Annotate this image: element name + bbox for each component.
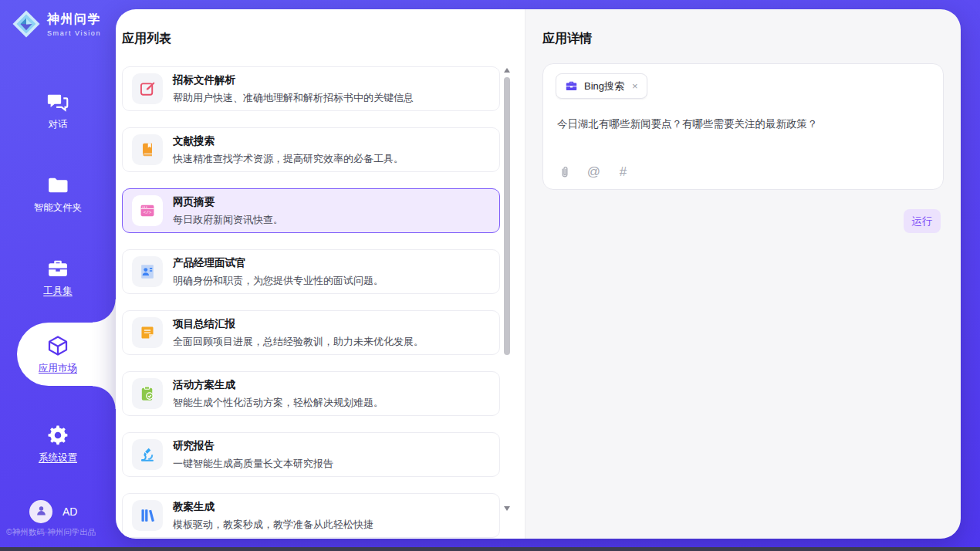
sidebar-item-settings[interactable]: 系统设置 — [0, 412, 116, 475]
app-detail-pane: 应用详情 Bing搜索 × 今日湖北有哪些新闻要点？有哪些需要关注的最新政策？ … — [525, 9, 961, 539]
app-icon-tile: </> — [132, 195, 163, 226]
tool-chip-label: Bing搜索 — [584, 79, 624, 93]
app-list-item-bid-analysis[interactable]: 招标文件解析 帮助用户快速、准确地理解和解析招标书中的关键信息 — [122, 66, 500, 111]
sidebar: 神州问学 Smart Vision 对话 智能文件夹 工具集 应用市场 系统设置… — [0, 0, 116, 551]
main-panel: 应用列表 招标文件解析 帮助用户快速、准确地理解和解析招标书中的关键信息 文献搜… — [116, 9, 961, 539]
browser-code-icon: </> — [139, 202, 156, 219]
run-button[interactable]: 运行 — [904, 209, 941, 233]
app-icon-tile — [132, 73, 163, 104]
close-icon[interactable]: × — [632, 80, 638, 92]
app-detail-title: 应用详情 — [542, 31, 592, 47]
app-icon-tile — [132, 500, 163, 531]
note-icon — [139, 324, 156, 341]
scroll-down-arrow-icon[interactable] — [504, 506, 510, 511]
nav-icon — [46, 257, 69, 280]
microscope-icon — [139, 446, 156, 463]
app-list-pane: 应用列表 招标文件解析 帮助用户快速、准确地理解和解析招标书中的关键信息 文献搜… — [116, 9, 525, 539]
app-list-item-lesson-plan[interactable]: 教案生成 模板驱动，教案秒成，教学准备从此轻松快捷 — [122, 493, 500, 538]
at-icon[interactable]: @ — [586, 164, 601, 179]
avatar[interactable] — [29, 500, 52, 523]
scroll-up-arrow-icon[interactable] — [504, 68, 510, 73]
app-list-item-pm-interviewer[interactable]: 产品经理面试官 明确身份和职责，为您提供专业性的面试问题。 — [122, 249, 500, 294]
app-list-item-web-summary[interactable]: </> 网页摘要 每日政府新闻资讯快查。 — [122, 188, 500, 233]
app-icon-tile — [132, 256, 163, 287]
book-icon — [139, 141, 156, 158]
scrollbar[interactable] — [503, 66, 511, 512]
bottom-edge-strip — [0, 547, 980, 551]
pen-square-icon — [139, 80, 156, 97]
user-initials: AD — [63, 505, 77, 518]
app-list-item-literature-search[interactable]: 文献搜索 快速精准查找学术资源，提高研究效率的必备工具。 — [122, 127, 500, 172]
prompt-card: Bing搜索 × 今日湖北有哪些新闻要点？有哪些需要关注的最新政策？ @# — [542, 63, 944, 190]
user-row[interactable]: AD — [29, 500, 77, 523]
brand-subtitle: Smart Vision — [47, 29, 101, 37]
brand-name: 神州问学 — [47, 12, 101, 28]
interviewer-icon — [139, 263, 156, 280]
sidebar-item-dialog[interactable]: 对话 — [0, 79, 116, 142]
app-list-title: 应用列表 — [122, 31, 171, 47]
nav-icon — [46, 334, 69, 357]
app-list: 招标文件解析 帮助用户快速、准确地理解和解析招标书中的关键信息 文献搜索 快速精… — [122, 66, 500, 539]
nav-icon — [46, 174, 69, 197]
scrollbar-thumb[interactable] — [504, 77, 510, 355]
app-icon-tile — [132, 378, 163, 409]
tool-chip-bing-search[interactable]: Bing搜索 × — [556, 73, 647, 99]
brand-logo: 神州问学 Smart Vision — [11, 8, 101, 39]
sidebar-footer: ©神州数码·神州问学出品 — [6, 527, 96, 538]
nav-icon — [46, 90, 69, 113]
app-list-item-project-summary[interactable]: 项目总结汇报 全面回顾项目进展，总结经验教训，助力未来优化发展。 — [122, 310, 500, 355]
clipboard-check-icon — [139, 385, 156, 402]
composer-toolbar: @# — [557, 164, 630, 179]
app-icon-tile — [132, 317, 163, 348]
svg-text:</>: </> — [144, 210, 152, 215]
app-list-item-event-plan[interactable]: 活动方案生成 智能生成个性化活动方案，轻松解决规划难题。 — [122, 371, 500, 416]
prompt-input[interactable]: 今日湖北有哪些新闻要点？有哪些需要关注的最新政策？ — [557, 117, 931, 132]
diamond-logo-icon — [11, 8, 42, 39]
app-list-item-research-report[interactable]: 研究报告 一键智能生成高质量长文本研究报告 — [122, 432, 500, 477]
sidebar-item-app-market[interactable]: 应用市场 — [0, 323, 116, 386]
books-icon — [139, 507, 156, 524]
hash-icon[interactable]: # — [616, 164, 630, 179]
sidebar-item-smart-folder[interactable]: 智能文件夹 — [0, 162, 116, 225]
briefcase-icon — [565, 79, 578, 93]
app-icon-tile — [132, 134, 163, 165]
app-icon-tile — [132, 439, 163, 470]
nav-icon — [46, 424, 69, 447]
person-icon — [34, 503, 49, 521]
paperclip-icon[interactable] — [557, 164, 572, 179]
app-window: 神州问学 Smart Vision 对话 智能文件夹 工具集 应用市场 系统设置… — [0, 0, 980, 551]
